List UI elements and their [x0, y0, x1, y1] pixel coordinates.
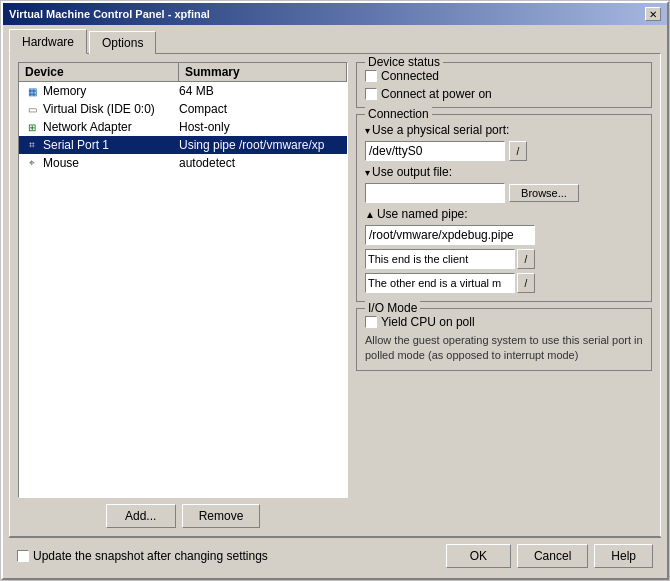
col-header-device: Device — [19, 63, 179, 81]
other-end-slash[interactable]: / — [517, 273, 535, 293]
serial-icon: ⌗ — [23, 138, 41, 152]
output-file-label: Use output file: — [372, 165, 452, 179]
table-row[interactable]: ⌗ Serial Port 1 Using pipe /root/vmware/… — [19, 136, 347, 154]
device-status-label: Device status — [365, 55, 443, 69]
mouse-icon: ⌖ — [23, 156, 41, 170]
device-name: Network Adapter — [43, 120, 179, 134]
yield-cpu-row: Yield CPU on poll — [365, 315, 643, 329]
device-name: Mouse — [43, 156, 179, 170]
end-client-row: This end is the client / — [365, 249, 643, 269]
connected-row: Connected — [365, 69, 643, 83]
connect-power-checkbox[interactable] — [365, 88, 377, 100]
device-table: Device Summary ▦ Memory 64 MB ▭ Virtual … — [18, 62, 348, 498]
output-file-input-row: Browse... — [365, 183, 643, 203]
yield-cpu-label: Yield CPU on poll — [381, 315, 475, 329]
tab-bar: Hardware Options — [9, 31, 661, 54]
yield-cpu-checkbox[interactable] — [365, 316, 377, 328]
collapse-arrow[interactable]: ▾ — [365, 125, 370, 136]
device-summary: Using pipe /root/vmware/xp — [179, 138, 324, 152]
pipe-input-row — [365, 225, 643, 245]
physical-input-row: / — [365, 141, 643, 161]
tab-hardware[interactable]: Hardware — [9, 29, 87, 54]
ok-cancel-row: OK Cancel Help — [446, 544, 653, 568]
connect-power-row: Connect at power on — [365, 87, 643, 101]
physical-port-section: ▾ Use a physical serial port: — [365, 123, 643, 137]
output-file-input[interactable] — [365, 183, 505, 203]
help-button[interactable]: Help — [594, 544, 653, 568]
cancel-button[interactable]: Cancel — [517, 544, 588, 568]
snapshot-row: Update the snapshot after changing setti… — [17, 549, 268, 563]
memory-icon: ▦ — [23, 84, 41, 98]
physical-port-label: Use a physical serial port: — [372, 123, 509, 137]
device-summary: 64 MB — [179, 84, 214, 98]
browse-button[interactable]: Browse... — [509, 184, 579, 202]
col-header-summary: Summary — [179, 63, 347, 81]
title-bar: Virtual Machine Control Panel - xpfinal … — [3, 3, 667, 25]
table-row[interactable]: ▭ Virtual Disk (IDE 0:0) Compact — [19, 100, 347, 118]
device-summary: autodetect — [179, 156, 235, 170]
table-row[interactable]: ⊞ Network Adapter Host-only — [19, 118, 347, 136]
end-client-slash[interactable]: / — [517, 249, 535, 269]
named-pipe-section: ▲ Use named pipe: — [365, 207, 643, 221]
device-button-row: Add... Remove — [18, 504, 348, 528]
output-collapse-arrow[interactable]: ▾ — [365, 167, 370, 178]
close-button[interactable]: ✕ — [645, 7, 661, 21]
other-end-row: The other end is a virtual m / — [365, 273, 643, 293]
window-body: Hardware Options Device Summary ▦ Memory… — [3, 25, 667, 578]
window-title: Virtual Machine Control Panel - xpfinal — [9, 8, 210, 20]
snapshot-checkbox[interactable] — [17, 550, 29, 562]
device-summary: Compact — [179, 102, 227, 116]
pipe-collapse-arrow[interactable]: ▲ — [365, 209, 375, 220]
bottom-bar: Update the snapshot after changing setti… — [9, 537, 661, 572]
table-row[interactable]: ⌖ Mouse autodetect — [19, 154, 347, 172]
remove-button[interactable]: Remove — [182, 504, 261, 528]
table-header: Device Summary — [19, 63, 347, 82]
right-panel: Device status Connected Connect at power… — [356, 62, 652, 528]
connect-power-label: Connect at power on — [381, 87, 492, 101]
other-end-select[interactable]: The other end is a virtual m — [365, 273, 515, 293]
device-name: Memory — [43, 84, 179, 98]
connection-group: Connection ▾ Use a physical serial port:… — [356, 114, 652, 302]
snapshot-label: Update the snapshot after changing setti… — [33, 549, 268, 563]
network-icon: ⊞ — [23, 120, 41, 134]
iomode-group: I/O Mode Yield CPU on poll Allow the gue… — [356, 308, 652, 371]
connection-label: Connection — [365, 107, 432, 121]
device-name: Virtual Disk (IDE 0:0) — [43, 102, 179, 116]
left-panel: Device Summary ▦ Memory 64 MB ▭ Virtual … — [18, 62, 348, 528]
output-file-section: ▾ Use output file: — [365, 165, 643, 179]
named-pipe-label: Use named pipe: — [377, 207, 468, 221]
tab-options[interactable]: Options — [89, 31, 156, 54]
pipe-path-input[interactable] — [365, 225, 535, 245]
device-status-group: Device status Connected Connect at power… — [356, 62, 652, 108]
main-content: Device Summary ▦ Memory 64 MB ▭ Virtual … — [9, 53, 661, 537]
main-window: Virtual Machine Control Panel - xpfinal … — [1, 1, 669, 580]
physical-port-input[interactable] — [365, 141, 505, 161]
table-row[interactable]: ▦ Memory 64 MB — [19, 82, 347, 100]
connected-label: Connected — [381, 69, 439, 83]
device-rows: ▦ Memory 64 MB ▭ Virtual Disk (IDE 0:0) … — [19, 82, 347, 172]
iomode-label: I/O Mode — [365, 301, 420, 315]
physical-slash-button[interactable]: / — [509, 141, 527, 161]
ok-button[interactable]: OK — [446, 544, 511, 568]
add-button[interactable]: Add... — [106, 504, 176, 528]
device-summary: Host-only — [179, 120, 230, 134]
allow-text: Allow the guest operating system to use … — [365, 333, 643, 364]
disk-icon: ▭ — [23, 102, 41, 116]
connected-checkbox[interactable] — [365, 70, 377, 82]
device-name: Serial Port 1 — [43, 138, 179, 152]
end-client-select[interactable]: This end is the client — [365, 249, 515, 269]
